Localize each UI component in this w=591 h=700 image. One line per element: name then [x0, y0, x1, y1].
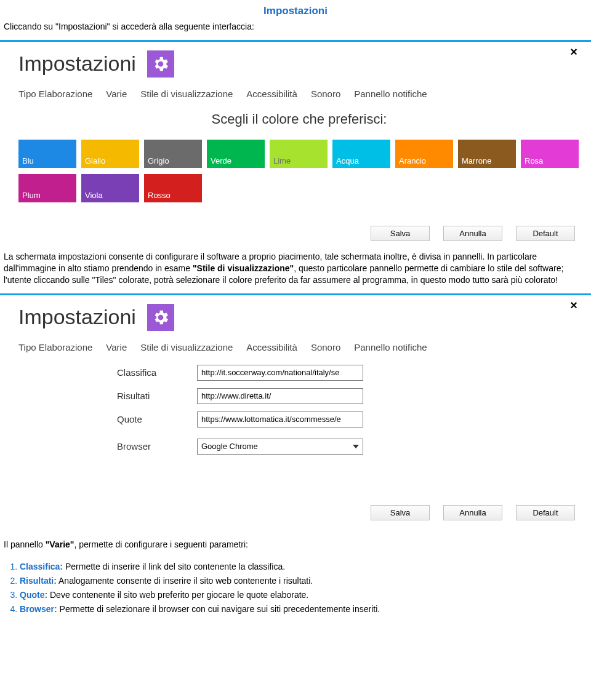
- tab-sonoro[interactable]: Sonoro: [311, 342, 340, 352]
- label-browser: Browser: [117, 441, 185, 451]
- select-browser-value: Google Chrome: [201, 442, 258, 451]
- swatch-label: Plum: [22, 191, 41, 200]
- list-item-key: Quote:: [20, 590, 47, 600]
- save-button[interactable]: Salva: [371, 226, 430, 241]
- color-swatch-lime[interactable]: Lime: [270, 140, 328, 168]
- style-subtitle: Scegli il colore che preferisci:: [18, 111, 580, 127]
- cancel-button[interactable]: Annulla: [443, 226, 502, 241]
- settings-panel-style: × Impostazioni Tipo Elaborazione Varie S…: [0, 42, 591, 251]
- tab-varie[interactable]: Varie: [106, 342, 127, 352]
- list-item: Browser: Permette di selezionare il brow…: [20, 603, 585, 615]
- list-item-body: Permette di inserire il link del sito co…: [63, 562, 285, 571]
- color-swatch-acqua[interactable]: Acqua: [332, 140, 390, 168]
- label-risultati: Risultati: [117, 391, 185, 401]
- swatch-label: Lime: [273, 156, 291, 165]
- color-swatch-marrone[interactable]: Marrone: [458, 140, 516, 168]
- swatch-label: Verde: [211, 156, 231, 165]
- tab-tipo-elaborazione[interactable]: Tipo Elaborazione: [18, 342, 92, 352]
- list-item: Quote: Deve contenente il sito web prefe…: [20, 589, 585, 601]
- panel-header: Impostazioni: [18, 50, 580, 78]
- color-swatch-blu[interactable]: Blu: [18, 140, 76, 168]
- save-button[interactable]: Salva: [371, 505, 430, 520]
- button-row: Salva Annulla Default: [18, 212, 580, 245]
- label-quote: Quote: [117, 414, 185, 424]
- tab-notifiche[interactable]: Pannello notifiche: [354, 89, 427, 99]
- list-item-key: Risultati:: [20, 576, 57, 586]
- input-classifica[interactable]: [197, 365, 363, 381]
- select-browser[interactable]: Google Chrome: [197, 439, 363, 455]
- default-button[interactable]: Default: [516, 505, 575, 520]
- doc-mid-text: La schermata impostazioni consente di co…: [0, 251, 591, 291]
- tab-varie[interactable]: Varie: [106, 89, 127, 99]
- list-item-key: Classifica:: [20, 562, 63, 571]
- tabs-row: Tipo Elaborazione Varie Stile di visuali…: [18, 342, 580, 352]
- list-item-body: Permette di selezionare il browser con c…: [57, 604, 380, 614]
- tab-accessibilita[interactable]: Accessibilità: [246, 342, 297, 352]
- swatch-label: Marrone: [462, 156, 491, 165]
- doc-intro-text: Cliccando su "Impostazioni" si accederà …: [0, 21, 591, 38]
- color-swatch-plum[interactable]: Plum: [18, 174, 76, 202]
- row-quote: Quote: [117, 412, 580, 428]
- row-classifica: Classifica: [117, 365, 580, 381]
- tab-tipo-elaborazione[interactable]: Tipo Elaborazione: [18, 89, 92, 99]
- color-swatch-grigio[interactable]: Grigio: [144, 140, 202, 168]
- tab-sonoro[interactable]: Sonoro: [311, 89, 340, 99]
- tab-notifiche[interactable]: Pannello notifiche: [354, 342, 427, 352]
- swatch-label: Viola: [85, 191, 103, 200]
- list-item-body: Deve contenente il sito web preferito pe…: [47, 590, 308, 600]
- settings-panel-varie: × Impostazioni Tipo Elaborazione Varie S…: [0, 295, 591, 530]
- color-swatch-verde[interactable]: Verde: [207, 140, 265, 168]
- swatch-label: Arancio: [399, 156, 426, 165]
- doc-section-title: Impostazioni: [0, 0, 591, 21]
- chevron-down-icon: [353, 445, 359, 448]
- swatch-label: Rosso: [148, 191, 171, 200]
- color-swatch-arancio[interactable]: Arancio: [395, 140, 453, 168]
- swatch-label: Blu: [22, 156, 34, 165]
- close-icon[interactable]: ×: [570, 299, 577, 311]
- gear-icon: [147, 304, 174, 331]
- swatch-label: Giallo: [85, 156, 105, 165]
- list-item: Classifica: Permette di inserire il link…: [20, 561, 585, 573]
- color-swatch-giallo[interactable]: Giallo: [81, 140, 139, 168]
- row-risultati: Risultati: [117, 388, 580, 404]
- color-swatch-rosa[interactable]: Rosa: [521, 140, 579, 168]
- color-swatch-rosso[interactable]: Rosso: [144, 174, 202, 202]
- tabs-row: Tipo Elaborazione Varie Stile di visuali…: [18, 89, 580, 99]
- input-quote[interactable]: [197, 412, 363, 428]
- tab-stile[interactable]: Stile di visualizzazione: [140, 89, 233, 99]
- color-swatches: BluGialloGrigioVerdeLimeAcquaArancioMarr…: [18, 140, 580, 202]
- row-browser: Browser Google Chrome: [117, 439, 580, 455]
- input-risultati[interactable]: [197, 388, 363, 404]
- doc-varie-intro: Il pannello "Varie", permette di configu…: [0, 539, 591, 555]
- panel-title: Impostazioni: [18, 305, 136, 329]
- swatch-label: Rosa: [525, 156, 543, 165]
- swatch-label: Acqua: [336, 156, 359, 165]
- tab-stile[interactable]: Stile di visualizzazione: [140, 342, 233, 352]
- button-row: Salva Annulla Default: [18, 491, 580, 524]
- label-classifica: Classifica: [117, 367, 185, 378]
- doc-varie-list: Classifica: Permette di inserire il link…: [20, 561, 591, 624]
- gear-icon: [147, 50, 174, 78]
- varie-form: Classifica Risultati Quote Browser Googl…: [117, 365, 580, 455]
- list-item-body: Analogamente consente di inserire il sit…: [57, 576, 313, 586]
- panel-header: Impostazioni: [18, 304, 580, 331]
- tab-accessibilita[interactable]: Accessibilità: [246, 89, 297, 99]
- default-button[interactable]: Default: [516, 226, 575, 241]
- color-swatch-viola[interactable]: Viola: [81, 174, 139, 202]
- panel-title: Impostazioni: [18, 52, 136, 76]
- list-item-key: Browser:: [20, 604, 57, 614]
- close-icon[interactable]: ×: [570, 46, 577, 58]
- cancel-button[interactable]: Annulla: [443, 505, 502, 520]
- list-item: Risultati: Analogamente consente di inse…: [20, 575, 585, 587]
- swatch-label: Grigio: [148, 156, 169, 165]
